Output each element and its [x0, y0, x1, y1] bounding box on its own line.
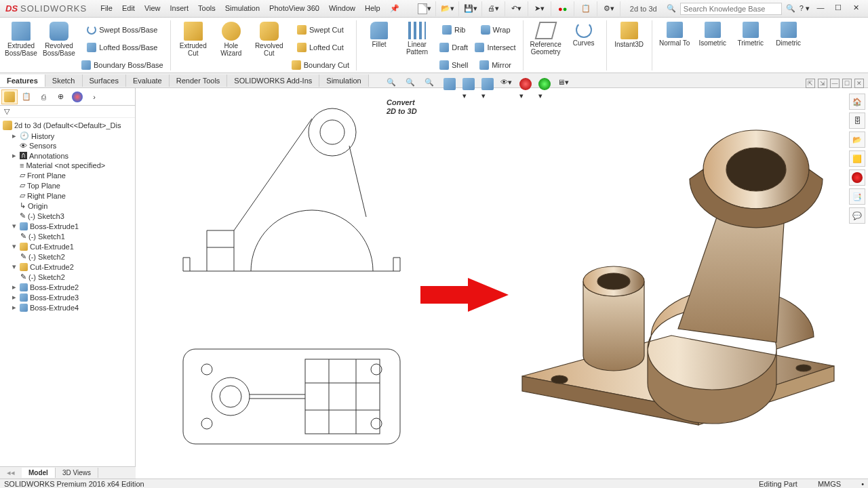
view-palette-icon[interactable]: 🟨	[849, 150, 865, 167]
menu-file[interactable]: File	[96, 2, 117, 15]
vp-link-icon[interactable]: ⇱	[806, 79, 815, 88]
revolved-boss-button[interactable]: Revolved Boss/Base	[41, 20, 77, 75]
scene-icon[interactable]: ▾	[538, 78, 553, 93]
tab-surfaces[interactable]: Surfaces	[83, 75, 126, 87]
status-units[interactable]: MMGS	[818, 480, 841, 488]
tree-sketch2a[interactable]: ✎(-) Sketch2	[1, 251, 134, 262]
tree-filter[interactable]: ▽	[0, 106, 135, 118]
save-icon[interactable]: 💾▾	[463, 1, 482, 16]
library-icon[interactable]: 🗄	[849, 113, 865, 129]
forum-icon[interactable]: 💬	[849, 207, 865, 224]
extruded-cut-button[interactable]: Extruded Cut	[175, 20, 212, 75]
swept-boss-button[interactable]: Swept Boss/Base	[85, 22, 159, 38]
vp-link2-icon[interactable]: ⇲	[818, 79, 827, 88]
zoom-area-icon[interactable]: 🔍	[406, 78, 420, 93]
options-icon[interactable]: 📋	[578, 1, 597, 16]
tab-render-tools[interactable]: Render Tools	[170, 75, 228, 87]
print-icon[interactable]: 🖨▾	[486, 1, 505, 16]
revolved-cut-button[interactable]: Revolved Cut	[251, 20, 288, 75]
dimxpert-tab-icon[interactable]: ⊕	[52, 89, 68, 104]
appearance-icon[interactable]: ▾	[519, 78, 534, 93]
view-orientation-icon[interactable]: ▾	[462, 78, 477, 93]
view-settings-icon[interactable]: 🖥▾	[557, 78, 572, 93]
tree-sketch3[interactable]: ✎(-) Sketch3	[1, 211, 134, 221]
tree-cut-extrude1[interactable]: ▾Cut-Extrude1	[1, 241, 134, 251]
menu-photoview[interactable]: PhotoView 360	[265, 2, 323, 15]
new-doc-icon[interactable]: ▾	[417, 1, 436, 16]
tree-boss-extrude3[interactable]: ▸Boss-Extrude3	[1, 292, 134, 302]
appearances-pane-icon[interactable]	[849, 169, 865, 186]
reference-geometry-button[interactable]: Reference Geometry	[528, 20, 564, 57]
menu-insert[interactable]: Insert	[166, 2, 193, 15]
tab-simulation[interactable]: Simulation	[319, 75, 368, 87]
boundary-cut-button[interactable]: Boundary Cut	[290, 57, 351, 73]
search-toggle-icon[interactable]: 🔍	[667, 4, 676, 13]
menu-window[interactable]: Window	[325, 2, 359, 15]
tree-boss-extrude2[interactable]: ▸Boss-Extrude2	[1, 282, 134, 292]
tree-sketch1[interactable]: ✎(-) Sketch1	[1, 231, 134, 241]
tree-boss-extrude1[interactable]: ▾Boss-Extrude1	[1, 221, 134, 231]
curves-button[interactable]: Curves	[566, 20, 602, 57]
tree-sensors[interactable]: 👁Sensors	[1, 141, 134, 150]
tree-annotations[interactable]: ▸🅰Annotations	[1, 150, 134, 161]
display-tab-icon[interactable]	[69, 89, 85, 104]
section-view-icon[interactable]	[443, 78, 458, 93]
tree-top-plane[interactable]: ▱Top Plane	[1, 180, 134, 190]
search-input[interactable]	[680, 3, 782, 15]
isometric-button[interactable]: Isometric	[694, 20, 731, 48]
menu-pin-icon[interactable]: 📌	[386, 2, 403, 15]
graphics-viewport[interactable]: Convert 2D to 3D	[136, 88, 868, 469]
tree-history[interactable]: ▸🕘History	[1, 131, 134, 141]
home-icon[interactable]: 🏠	[849, 94, 865, 110]
vp-max-icon[interactable]: ☐	[842, 79, 852, 88]
close-icon[interactable]: ✕	[849, 3, 863, 14]
rib-button[interactable]: Rib	[441, 22, 467, 38]
file-explorer-icon[interactable]: 📂	[849, 131, 865, 148]
help-dropdown-icon[interactable]: ? ▾	[800, 4, 810, 13]
mirror-button[interactable]: Mirror	[478, 57, 513, 73]
swept-cut-button[interactable]: Swept Cut	[296, 22, 345, 38]
menu-simulation[interactable]: Simulation	[221, 2, 264, 15]
vp-close-icon[interactable]: ✕	[854, 79, 864, 88]
shell-button[interactable]: Shell	[438, 57, 469, 73]
minimize-icon[interactable]: —	[814, 3, 827, 14]
menu-tools[interactable]: Tools	[194, 2, 220, 15]
menu-help[interactable]: Help	[361, 2, 384, 15]
maximize-icon[interactable]: ☐	[831, 3, 845, 14]
display-style-icon[interactable]: ▾	[481, 78, 496, 93]
tab-addins[interactable]: SOLIDWORKS Add-Ins	[227, 75, 319, 87]
fillet-button[interactable]: Fillet	[361, 20, 397, 75]
tree-material[interactable]: ≡Material <not specified>	[1, 161, 134, 170]
tree-front-plane[interactable]: ▱Front Plane	[1, 170, 134, 180]
scroll-left-icon[interactable]: ◂◂	[0, 468, 22, 477]
rebuild-icon[interactable]: ●●	[555, 1, 574, 16]
draft-button[interactable]: Draft	[438, 39, 469, 56]
linear-pattern-button[interactable]: Linear Pattern	[399, 20, 435, 75]
tab-sketch[interactable]: Sketch	[45, 75, 83, 87]
instant3d-button[interactable]: Instant3D	[611, 20, 648, 49]
trimetric-button[interactable]: Trimetric	[732, 20, 769, 48]
open-doc-icon[interactable]: 📂▾	[440, 1, 459, 16]
lofted-cut-button[interactable]: Lofted Cut	[296, 39, 345, 56]
tree-root[interactable]: 2d to 3d (Default<<Default>_Dis	[1, 120, 134, 131]
tab-evaluate[interactable]: Evaluate	[126, 75, 170, 87]
config-tab-icon[interactable]: ⎙	[35, 89, 52, 104]
undo-icon[interactable]: ↶▾	[509, 1, 528, 16]
feature-tree-tab-icon[interactable]	[1, 89, 18, 104]
vp-min-icon[interactable]: —	[830, 79, 840, 88]
tab-features[interactable]: Features	[0, 75, 45, 87]
property-tab-icon[interactable]: 📋	[18, 89, 35, 104]
boundary-boss-button[interactable]: Boundary Boss/Base	[80, 57, 165, 73]
normal-to-button[interactable]: Normal To	[656, 20, 693, 48]
tree-sketch2b[interactable]: ✎(-) Sketch2	[1, 272, 134, 282]
dimetric-button[interactable]: Dimetric	[770, 20, 807, 48]
zoom-fit-icon[interactable]: 🔍	[387, 78, 401, 93]
custom-props-icon[interactable]: 📑	[849, 188, 865, 205]
intersect-button[interactable]: Intersect	[473, 39, 517, 56]
search-go-icon[interactable]: 🔍	[786, 4, 795, 13]
expand-tab-icon[interactable]: ›	[86, 89, 102, 104]
tab-model[interactable]: Model	[22, 468, 56, 478]
tree-origin[interactable]: ↳Origin	[1, 201, 134, 211]
tab-3d-views[interactable]: 3D Views	[56, 468, 98, 478]
lofted-boss-button[interactable]: Lofted Boss/Base	[85, 39, 159, 56]
